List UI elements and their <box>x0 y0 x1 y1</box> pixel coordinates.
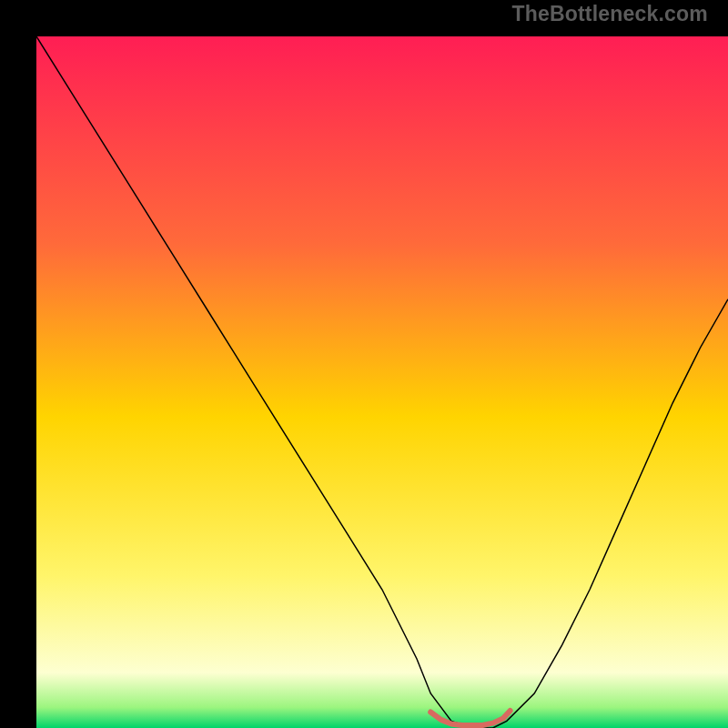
chart-svg <box>36 36 728 728</box>
gradient-background <box>36 36 728 728</box>
watermark-text: TheBottleneck.com <box>511 2 708 26</box>
chart-frame <box>18 18 710 710</box>
